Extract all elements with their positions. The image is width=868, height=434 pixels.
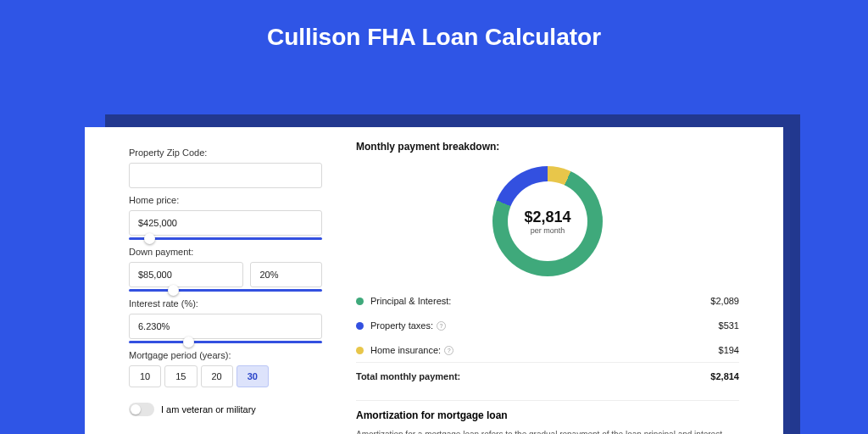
legend: Principal & Interest:$2,089Property taxe…: [356, 288, 739, 362]
zip-label: Property Zip Code:: [129, 147, 322, 158]
period-option-15[interactable]: 15: [164, 365, 197, 387]
home-price-slider[interactable]: [129, 237, 322, 240]
period-option-30[interactable]: 30: [236, 365, 269, 387]
calculator-card: Property Zip Code: Home price: Down paym…: [85, 127, 783, 434]
legend-label: Property taxes:?: [370, 320, 719, 331]
donut-chart: $2,814 per month: [492, 166, 603, 276]
divider: [356, 400, 739, 401]
period-option-20[interactable]: 20: [201, 365, 233, 387]
breakdown-panel: Monthly payment breakdown: $2,814 per mo…: [356, 141, 770, 434]
home-price-label: Home price:: [129, 195, 322, 205]
legend-label: Principal & Interest:: [370, 296, 710, 306]
legend-dot: [356, 298, 364, 305]
legend-amount: $531: [719, 320, 739, 331]
period-label: Mortgage period (years):: [129, 350, 322, 360]
home-price-input[interactable]: [129, 210, 322, 236]
total-amount: $2,814: [710, 371, 739, 381]
interest-slider[interactable]: [129, 341, 322, 343]
info-icon[interactable]: ?: [444, 346, 453, 355]
donut-wrap: $2,814 per month: [356, 161, 739, 288]
legend-row: Principal & Interest:$2,089: [356, 288, 739, 313]
legend-row: Property taxes:?$531: [356, 313, 739, 337]
amort-title: Amortization for mortgage loan: [356, 409, 739, 421]
form-panel: Property Zip Code: Home price: Down paym…: [98, 141, 336, 434]
legend-amount: $2,089: [710, 296, 739, 306]
page-title: Cullison FHA Loan Calculator: [0, 0, 868, 66]
total-row: Total monthly payment: $2,814: [356, 362, 739, 388]
zip-input[interactable]: [129, 163, 322, 188]
interest-slider-handle[interactable]: [183, 337, 194, 348]
legend-dot: [356, 322, 364, 330]
legend-label: Home insurance:?: [370, 345, 719, 355]
donut-value: $2,814: [524, 209, 570, 226]
down-payment-pct-input[interactable]: [250, 262, 322, 287]
amort-body: Amortization for a mortgage loan refers …: [356, 428, 739, 434]
veteran-toggle[interactable]: [129, 403, 154, 416]
legend-row: Home insurance:?$194: [356, 337, 739, 362]
total-label: Total monthly payment:: [356, 371, 710, 381]
home-price-slider-handle[interactable]: [144, 233, 155, 244]
period-segmented: 10152030: [129, 365, 322, 387]
period-option-10[interactable]: 10: [129, 365, 161, 387]
breakdown-title: Monthly payment breakdown:: [356, 141, 739, 153]
legend-amount: $194: [719, 345, 739, 355]
down-payment-slider[interactable]: [129, 289, 322, 292]
interest-input[interactable]: [129, 314, 322, 339]
down-payment-slider-handle[interactable]: [168, 285, 179, 296]
down-payment-input[interactable]: [129, 262, 243, 287]
donut-center: $2,814 per month: [492, 166, 603, 276]
veteran-row: I am veteran or military: [129, 403, 322, 416]
info-icon[interactable]: ?: [437, 321, 446, 331]
interest-label: Interest rate (%):: [129, 298, 322, 309]
veteran-label: I am veteran or military: [161, 404, 256, 415]
legend-dot: [356, 347, 364, 354]
down-payment-label: Down payment:: [129, 247, 322, 257]
donut-sub: per month: [531, 226, 565, 235]
